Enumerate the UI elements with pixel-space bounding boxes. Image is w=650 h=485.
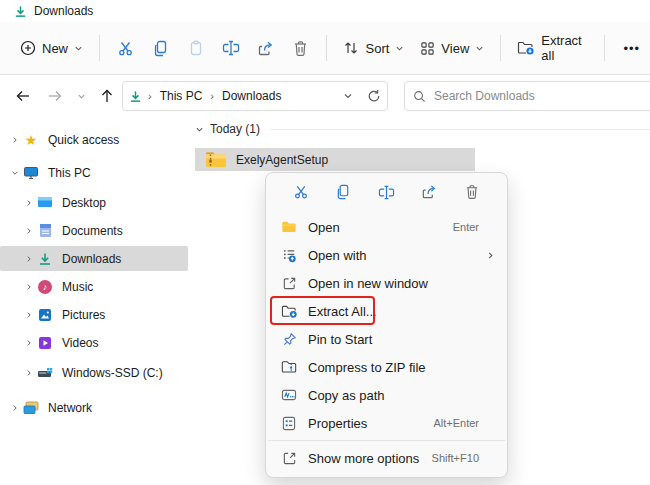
sidebar-item-label: Network bbox=[48, 401, 92, 415]
chevron-right-icon[interactable] bbox=[22, 283, 36, 291]
extract-all-button[interactable]: Extract all bbox=[509, 30, 596, 66]
file-row-exelyagentsetup[interactable]: ExelyAgentSetup bbox=[195, 148, 475, 171]
view-button[interactable]: View bbox=[412, 30, 492, 66]
chevron-right-icon[interactable] bbox=[22, 199, 36, 207]
cut-icon bbox=[117, 40, 134, 57]
menu-item-compress-to-zip[interactable]: Compress to ZIP file bbox=[266, 353, 507, 381]
sidebar-item-network[interactable]: Network bbox=[0, 395, 188, 420]
chevron-right-icon[interactable] bbox=[22, 369, 36, 377]
toolbar-divider bbox=[604, 35, 605, 61]
recent-locations-chevron[interactable] bbox=[72, 81, 90, 111]
downloads-icon bbox=[14, 5, 27, 18]
toolbar-divider bbox=[99, 35, 100, 61]
refresh-icon[interactable] bbox=[367, 89, 381, 103]
videos-icon bbox=[36, 335, 54, 351]
explorer-tab[interactable]: Downloads bbox=[0, 0, 650, 22]
chevron-right-icon[interactable] bbox=[8, 404, 22, 412]
more-options-button[interactable]: ••• bbox=[613, 41, 650, 56]
up-button[interactable] bbox=[92, 81, 122, 111]
group-header-today[interactable]: Today (1) bbox=[195, 122, 650, 136]
share-icon bbox=[421, 184, 437, 200]
cut-icon bbox=[293, 184, 309, 200]
sidebar-item-quick-access[interactable]: ★ Quick access bbox=[0, 127, 188, 152]
breadcrumb-downloads[interactable]: Downloads bbox=[220, 89, 283, 103]
sort-button[interactable]: Sort bbox=[335, 30, 412, 66]
open-new-window-icon bbox=[280, 275, 298, 291]
menu-item-extract-all[interactable]: Extract All... bbox=[266, 297, 507, 325]
rename-button[interactable] bbox=[374, 179, 400, 205]
cut-button[interactable] bbox=[108, 30, 143, 66]
rename-button[interactable] bbox=[213, 30, 248, 66]
share-button[interactable] bbox=[416, 179, 442, 205]
menu-item-properties[interactable]: Properties Alt+Enter bbox=[266, 409, 507, 437]
forward-button[interactable] bbox=[40, 81, 70, 111]
menu-item-open-with[interactable]: Open with bbox=[266, 241, 507, 269]
chevron-right-icon[interactable] bbox=[22, 255, 36, 263]
menu-item-label: Open bbox=[308, 220, 340, 235]
sidebar-item-pictures[interactable]: Pictures bbox=[0, 302, 188, 327]
network-icon bbox=[22, 400, 40, 416]
zip-folder-outline-icon bbox=[280, 359, 298, 375]
copy-button[interactable] bbox=[143, 30, 178, 66]
search-input[interactable] bbox=[434, 89, 604, 103]
new-button[interactable]: New bbox=[12, 30, 91, 66]
delete-button[interactable] bbox=[459, 179, 485, 205]
sidebar-item-desktop[interactable]: Desktop bbox=[0, 190, 188, 215]
downloads-icon bbox=[129, 90, 142, 103]
sidebar-item-documents[interactable]: Documents bbox=[0, 218, 188, 243]
new-button-label: New bbox=[42, 41, 68, 56]
view-button-label: View bbox=[441, 41, 469, 56]
open-with-icon bbox=[280, 247, 298, 263]
chevron-right-icon[interactable] bbox=[22, 311, 36, 319]
view-grid-icon bbox=[420, 41, 435, 56]
sidebar-item-label: Music bbox=[62, 280, 93, 294]
menu-item-pin-to-start[interactable]: Pin to Start bbox=[266, 325, 507, 353]
extract-all-icon bbox=[517, 40, 535, 56]
sidebar-item-this-pc[interactable]: This PC bbox=[0, 160, 188, 185]
chevron-right-icon[interactable] bbox=[22, 339, 36, 347]
menu-item-copy-as-path[interactable]: Copy as path bbox=[266, 381, 507, 409]
downloads-icon bbox=[36, 251, 54, 267]
paste-button[interactable] bbox=[178, 30, 213, 66]
trash-icon bbox=[293, 40, 308, 57]
file-name-label: ExelyAgentSetup bbox=[236, 153, 328, 167]
breadcrumb[interactable]: › This PC › Downloads bbox=[122, 81, 388, 111]
sidebar-item-downloads[interactable]: Downloads bbox=[0, 246, 188, 271]
context-menu: Open Enter Open with Open in new window … bbox=[265, 172, 508, 478]
sidebar-item-label: Videos bbox=[62, 336, 98, 350]
chevron-down-icon[interactable] bbox=[8, 169, 22, 177]
group-divider bbox=[270, 129, 650, 130]
music-icon: ♪ bbox=[36, 279, 54, 295]
search-icon bbox=[413, 90, 426, 103]
back-button[interactable] bbox=[8, 81, 38, 111]
address-dropdown-chevron[interactable] bbox=[343, 91, 353, 101]
menu-item-label: Open in new window bbox=[308, 276, 428, 291]
menu-item-show-more-options[interactable]: Show more options Shift+F10 bbox=[266, 444, 507, 472]
share-button[interactable] bbox=[248, 30, 283, 66]
menu-item-label: Pin to Start bbox=[308, 332, 372, 347]
menu-item-open-in-new-window[interactable]: Open in new window bbox=[266, 269, 507, 297]
cut-button[interactable] bbox=[288, 179, 314, 205]
paste-icon bbox=[188, 40, 204, 57]
desktop-icon bbox=[36, 195, 54, 211]
sidebar-item-music[interactable]: ♪ Music bbox=[0, 274, 188, 299]
toolbar-divider bbox=[326, 35, 327, 61]
drive-icon bbox=[36, 365, 54, 381]
delete-button[interactable] bbox=[283, 30, 318, 66]
menu-divider bbox=[268, 440, 505, 441]
chevron-right-icon[interactable] bbox=[22, 227, 36, 235]
search-box[interactable] bbox=[404, 81, 650, 111]
breadcrumb-this-pc[interactable]: This PC bbox=[158, 89, 205, 103]
copy-button[interactable] bbox=[331, 179, 357, 205]
group-header-label: Today (1) bbox=[210, 122, 260, 136]
sidebar-item-label: Downloads bbox=[62, 252, 121, 266]
pin-icon bbox=[280, 331, 298, 347]
chevron-down-icon[interactable] bbox=[195, 125, 204, 134]
sidebar-item-windows-ssd[interactable]: Windows-SSD (C:) bbox=[0, 360, 188, 385]
menu-item-open[interactable]: Open Enter bbox=[266, 213, 507, 241]
sidebar-item-label: Desktop bbox=[62, 196, 106, 210]
chevron-right-icon[interactable] bbox=[8, 136, 22, 144]
sidebar-item-videos[interactable]: Videos bbox=[0, 330, 188, 355]
tab-title: Downloads bbox=[34, 4, 93, 18]
menu-item-label: Extract All... bbox=[308, 304, 377, 319]
